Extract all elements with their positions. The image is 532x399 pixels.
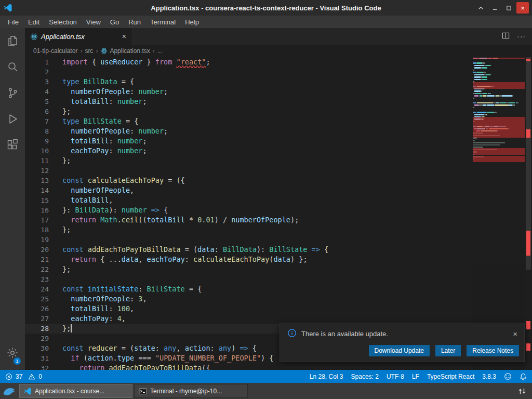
menu-item-terminal[interactable]: Terminal [145, 16, 180, 28]
app-menu-bird-icon[interactable] [3, 385, 16, 396]
taskbar-window-button[interactable]: Application.tsx - course... [19, 384, 132, 398]
status-encoding[interactable]: UTF-8 [387, 373, 404, 380]
menu-item-file[interactable]: File [3, 16, 23, 28]
code-line[interactable]: 20const addEachToPayToBillData = (data: … [25, 245, 532, 255]
menu-item-run[interactable]: Run [124, 16, 145, 28]
code-line[interactable]: 32 return addEachToPayToBillData({ [25, 363, 532, 370]
code-line[interactable]: 4 numberOfPeople: number; [25, 87, 532, 97]
code-line[interactable]: 9 totalBill: number; [25, 136, 532, 146]
code-line[interactable]: 17 return Math.ceil((totalBill * 0.01) /… [25, 215, 532, 225]
tab-close-icon[interactable]: × [122, 32, 126, 41]
line-number: 21 [25, 255, 49, 264]
window-titlebar[interactable]: Application.tsx - coursera-react-ts-cont… [0, 0, 532, 16]
status-indentation[interactable]: Spaces: 2 [351, 373, 379, 380]
breadcrumb-item[interactable]: 01-tip-calculator [33, 47, 77, 55]
code-line[interactable]: 26 totalBill: 100, [25, 304, 532, 314]
release-notes-button[interactable]: Release Notes [467, 345, 519, 356]
breadcrumb-item[interactable]: Application.tsx [100, 47, 150, 55]
download-update-button[interactable]: Download Update [369, 345, 430, 356]
activity-icons [0, 28, 25, 158]
code-line[interactable]: 25 numberOfPeople: 3, [25, 294, 532, 304]
error-count: 37 [16, 373, 22, 380]
line-content: type BillState = { [49, 116, 138, 126]
line-number: 29 [25, 334, 49, 343]
error-icon [5, 373, 14, 380]
menu-item-selection[interactable]: Selection [44, 16, 81, 28]
window-title: Application.tsx - coursera-react-ts-cont… [0, 4, 532, 12]
minimap-error-highlight [473, 148, 525, 155]
code-line[interactable]: 23 [25, 274, 532, 284]
line-number: 6 [25, 107, 49, 116]
minimap-error-highlight [473, 156, 525, 162]
scrollbar[interactable] [525, 57, 532, 370]
notification-close-icon[interactable]: × [511, 329, 519, 338]
code-line[interactable]: 13const calculateEachToPay = ({ [25, 176, 532, 185]
line-number: 2 [25, 67, 49, 77]
code-line[interactable]: 2 [25, 67, 532, 77]
taskbar-window-button[interactable]: Terminal - rhyme@ip-10... [135, 384, 248, 398]
status-language-mode[interactable]: TypeScript React [427, 373, 474, 380]
extensions-icon[interactable] [0, 132, 25, 158]
overview-error-mark [526, 343, 530, 351]
warning-icon [28, 373, 36, 380]
code-line[interactable]: 8 numberOfPeople: number; [25, 126, 532, 136]
source-control-icon[interactable] [0, 80, 25, 106]
breadcrumb-item[interactable]: ... [157, 47, 163, 55]
status-eol[interactable]: LF [412, 373, 419, 380]
explorer-icon[interactable] [0, 28, 25, 54]
status-cursor-position[interactable]: Ln 28, Col 3 [310, 373, 343, 380]
code-line[interactable]: 14 numberOfPeople, [25, 185, 532, 195]
breadcrumb-item[interactable]: src [85, 47, 93, 55]
code-line[interactable]: 16}: BillData): number => { [25, 205, 532, 215]
network-arrows-icon[interactable] [518, 388, 529, 395]
code-line[interactable]: 19 [25, 235, 532, 245]
tab-application-tsx[interactable]: Application.tsx × [25, 28, 132, 45]
code-line[interactable]: 10 eachToPay: number; [25, 146, 532, 156]
code-line[interactable]: 18}; [25, 225, 532, 235]
code-line[interactable]: 3type BillData = { [25, 77, 532, 87]
menu-item-edit[interactable]: Edit [23, 16, 44, 28]
code-line[interactable]: 15 totalBill, [25, 195, 532, 205]
code-line[interactable]: 12 [25, 166, 532, 176]
close-window-button[interactable]: × [516, 2, 529, 14]
breadcrumb-separator-icon: › [80, 47, 82, 55]
menu-item-go[interactable]: Go [105, 16, 124, 28]
line-number: 3 [25, 77, 49, 87]
later-button[interactable]: Later [435, 345, 461, 356]
code-line[interactable]: 1import { useReducer } from "react"; [25, 57, 532, 67]
line-content: }; [49, 156, 71, 166]
minimap-error-highlight [473, 82, 525, 89]
minimize-window-button[interactable] [488, 2, 501, 14]
menu-item-view[interactable]: View [82, 16, 105, 28]
status-bar: 37 0 Ln 28, Col 3Spaces: 2UTF-8LFTypeScr… [0, 370, 532, 383]
code-line[interactable]: 11}; [25, 156, 532, 166]
settings-gear-button[interactable]: 1 [0, 342, 25, 366]
maximize-window-button[interactable] [502, 2, 515, 14]
line-content: const initialState: BillState = { [49, 284, 202, 294]
line-number: 10 [25, 146, 49, 156]
code-line[interactable]: 24const initialState: BillState = { [25, 284, 532, 294]
line-number: 26 [25, 304, 49, 314]
notifications-bell-icon[interactable] [520, 373, 527, 380]
line-number: 31 [25, 353, 49, 363]
feedback-smiley-icon[interactable] [504, 373, 512, 380]
breadcrumb-separator-icon: › [153, 47, 155, 55]
code-line[interactable]: 7type BillState = { [25, 116, 532, 126]
search-icon[interactable] [0, 54, 25, 80]
code-line[interactable]: 6}; [25, 107, 532, 116]
code-line[interactable]: 22}; [25, 264, 532, 274]
status-typescript-version[interactable]: 3.8.3 [482, 373, 496, 380]
overview-error-mark [526, 129, 530, 138]
split-editor-icon[interactable] [502, 32, 510, 42]
more-actions-icon[interactable]: ··· [517, 32, 526, 41]
line-content [49, 166, 62, 176]
run-and-debug-icon[interactable] [0, 106, 25, 132]
line-content: totalBill: number; [49, 97, 147, 107]
line-content: }; [49, 324, 72, 334]
code-line[interactable]: 21 return { ...data, eachToPay: calculat… [25, 255, 532, 264]
line-number: 27 [25, 314, 49, 324]
problems-indicator[interactable]: 37 0 [5, 373, 46, 380]
menu-item-help[interactable]: Help [180, 16, 204, 28]
code-line[interactable]: 5 totalBill: number; [25, 97, 532, 107]
shade-window-button[interactable] [474, 2, 487, 14]
